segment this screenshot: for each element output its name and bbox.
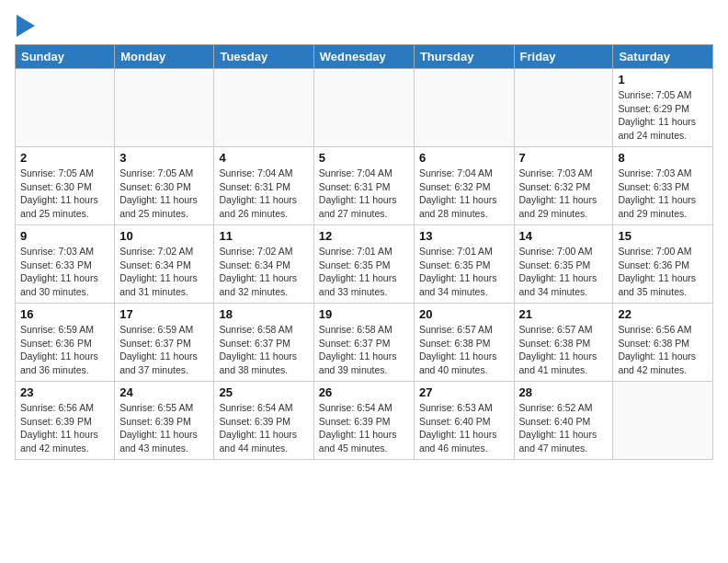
day-number: 19 [319,307,409,321]
page: SundayMondayTuesdayWednesdayThursdayFrid… [0,0,728,475]
day-number: 20 [419,307,509,321]
day-cell: 3Sunrise: 7:05 AM Sunset: 6:30 PM Daylig… [115,147,214,225]
day-cell: 21Sunrise: 6:57 AM Sunset: 6:38 PM Dayli… [514,304,613,382]
header-cell-wednesday: Wednesday [313,45,414,69]
day-info: Sunrise: 7:03 AM Sunset: 6:33 PM Dayligh… [20,245,109,299]
week-row-3: 9Sunrise: 7:03 AM Sunset: 6:33 PM Daylig… [16,225,713,304]
day-info: Sunrise: 6:52 AM Sunset: 6:40 PM Dayligh… [519,401,609,455]
day-cell [514,69,613,147]
header-cell-saturday: Saturday [613,45,713,69]
week-row-4: 16Sunrise: 6:59 AM Sunset: 6:36 PM Dayli… [16,304,713,382]
day-info: Sunrise: 7:03 AM Sunset: 6:33 PM Dayligh… [618,167,708,221]
day-number: 1 [618,73,708,86]
day-number: 14 [519,229,609,243]
day-number: 26 [319,385,409,399]
logo-text [15,15,35,37]
day-cell: 17Sunrise: 6:59 AM Sunset: 6:37 PM Dayli… [115,304,214,382]
day-info: Sunrise: 6:56 AM Sunset: 6:38 PM Dayligh… [618,323,708,377]
day-cell: 14Sunrise: 7:00 AM Sunset: 6:35 PM Dayli… [514,225,613,304]
day-cell: 1Sunrise: 7:05 AM Sunset: 6:29 PM Daylig… [613,69,713,147]
day-cell: 28Sunrise: 6:52 AM Sunset: 6:40 PM Dayli… [514,382,613,460]
day-number: 13 [419,229,509,243]
svg-marker-0 [17,15,35,37]
day-cell [214,69,313,147]
day-cell [414,69,514,147]
day-number: 8 [618,151,708,165]
day-info: Sunrise: 7:01 AM Sunset: 6:35 PM Dayligh… [319,245,409,299]
week-row-2: 2Sunrise: 7:05 AM Sunset: 6:30 PM Daylig… [16,147,713,225]
header-cell-monday: Monday [115,45,214,69]
day-info: Sunrise: 6:54 AM Sunset: 6:39 PM Dayligh… [219,401,308,455]
day-info: Sunrise: 6:59 AM Sunset: 6:36 PM Dayligh… [20,323,109,377]
day-info: Sunrise: 7:01 AM Sunset: 6:35 PM Dayligh… [419,245,509,299]
day-info: Sunrise: 7:00 AM Sunset: 6:35 PM Dayligh… [519,245,609,299]
day-info: Sunrise: 6:54 AM Sunset: 6:39 PM Dayligh… [319,401,409,455]
day-info: Sunrise: 6:55 AM Sunset: 6:39 PM Dayligh… [119,401,209,455]
day-cell: 24Sunrise: 6:55 AM Sunset: 6:39 PM Dayli… [115,382,214,460]
day-cell: 15Sunrise: 7:00 AM Sunset: 6:36 PM Dayli… [613,225,713,304]
day-number: 4 [219,151,308,165]
day-number: 23 [20,385,109,399]
day-info: Sunrise: 7:04 AM Sunset: 6:31 PM Dayligh… [219,167,308,221]
day-cell: 25Sunrise: 6:54 AM Sunset: 6:39 PM Dayli… [214,382,313,460]
day-number: 5 [319,151,409,165]
day-cell: 23Sunrise: 6:56 AM Sunset: 6:39 PM Dayli… [16,382,115,460]
day-number: 27 [419,385,509,399]
header-cell-tuesday: Tuesday [214,45,313,69]
day-info: Sunrise: 7:04 AM Sunset: 6:31 PM Dayligh… [319,167,409,221]
day-info: Sunrise: 7:02 AM Sunset: 6:34 PM Dayligh… [119,245,209,299]
day-number: 18 [219,307,308,321]
day-number: 3 [119,151,209,165]
day-number: 11 [219,229,308,243]
day-number: 12 [319,229,409,243]
header-row: SundayMondayTuesdayWednesdayThursdayFrid… [16,45,713,69]
week-row-1: 1Sunrise: 7:05 AM Sunset: 6:29 PM Daylig… [16,69,713,147]
day-info: Sunrise: 7:00 AM Sunset: 6:36 PM Dayligh… [618,245,708,299]
day-cell: 9Sunrise: 7:03 AM Sunset: 6:33 PM Daylig… [16,225,115,304]
day-info: Sunrise: 7:03 AM Sunset: 6:32 PM Dayligh… [519,167,609,221]
day-cell: 4Sunrise: 7:04 AM Sunset: 6:31 PM Daylig… [214,147,313,225]
header-cell-sunday: Sunday [16,45,115,69]
day-number: 16 [20,307,109,321]
day-number: 7 [519,151,609,165]
day-info: Sunrise: 7:04 AM Sunset: 6:32 PM Dayligh… [419,167,509,221]
day-info: Sunrise: 6:59 AM Sunset: 6:37 PM Dayligh… [119,323,209,377]
day-cell: 6Sunrise: 7:04 AM Sunset: 6:32 PM Daylig… [414,147,514,225]
day-number: 21 [519,307,609,321]
day-cell: 10Sunrise: 7:02 AM Sunset: 6:34 PM Dayli… [115,225,214,304]
day-info: Sunrise: 6:56 AM Sunset: 6:39 PM Dayligh… [20,401,109,455]
day-info: Sunrise: 7:05 AM Sunset: 6:30 PM Dayligh… [20,167,109,221]
header-cell-thursday: Thursday [414,45,514,69]
day-number: 24 [119,385,209,399]
day-cell: 27Sunrise: 6:53 AM Sunset: 6:40 PM Dayli… [414,382,514,460]
day-number: 22 [618,307,708,321]
calendar-table: SundayMondayTuesdayWednesdayThursdayFrid… [15,44,713,460]
day-info: Sunrise: 6:53 AM Sunset: 6:40 PM Dayligh… [419,401,509,455]
day-number: 2 [20,151,109,165]
week-row-5: 23Sunrise: 6:56 AM Sunset: 6:39 PM Dayli… [16,382,713,460]
day-cell: 19Sunrise: 6:58 AM Sunset: 6:37 PM Dayli… [313,304,414,382]
day-number: 9 [20,229,109,243]
day-number: 6 [419,151,509,165]
day-number: 10 [119,229,209,243]
day-cell: 8Sunrise: 7:03 AM Sunset: 6:33 PM Daylig… [613,147,713,225]
day-cell: 11Sunrise: 7:02 AM Sunset: 6:34 PM Dayli… [214,225,313,304]
day-cell [16,69,115,147]
day-info: Sunrise: 6:58 AM Sunset: 6:37 PM Dayligh… [219,323,308,377]
day-info: Sunrise: 6:57 AM Sunset: 6:38 PM Dayligh… [419,323,509,377]
day-cell [613,382,713,460]
header-cell-friday: Friday [514,45,613,69]
day-cell: 26Sunrise: 6:54 AM Sunset: 6:39 PM Dayli… [313,382,414,460]
day-info: Sunrise: 7:05 AM Sunset: 6:29 PM Dayligh… [618,88,708,143]
day-cell [115,69,214,147]
day-cell [313,69,414,147]
day-cell: 13Sunrise: 7:01 AM Sunset: 6:35 PM Dayli… [414,225,514,304]
day-number: 15 [618,229,708,243]
day-cell: 7Sunrise: 7:03 AM Sunset: 6:32 PM Daylig… [514,147,613,225]
day-number: 28 [519,385,609,399]
day-info: Sunrise: 7:05 AM Sunset: 6:30 PM Dayligh… [119,167,209,221]
day-cell: 2Sunrise: 7:05 AM Sunset: 6:30 PM Daylig… [16,147,115,225]
day-cell: 20Sunrise: 6:57 AM Sunset: 6:38 PM Dayli… [414,304,514,382]
day-info: Sunrise: 6:58 AM Sunset: 6:37 PM Dayligh… [319,323,409,377]
day-cell: 22Sunrise: 6:56 AM Sunset: 6:38 PM Dayli… [613,304,713,382]
